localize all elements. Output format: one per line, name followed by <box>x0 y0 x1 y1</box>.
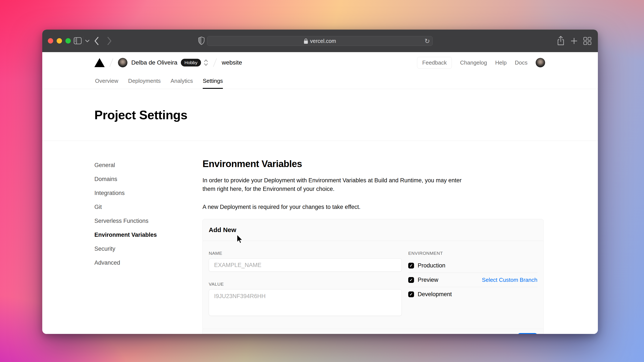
minimize-window-button[interactable] <box>57 38 62 44</box>
add-new-card: Add New NAME VALUE ENVIRONMENT <box>202 219 544 334</box>
tab-overview-icon[interactable] <box>583 37 592 45</box>
tab-overview[interactable]: Overview <box>95 73 118 89</box>
settings-content: General Domains Integrations Git Serverl… <box>42 141 598 334</box>
section-note: A new Deployment is required for your ch… <box>202 203 545 211</box>
name-label: NAME <box>209 251 402 256</box>
help-link[interactable]: Help <box>495 60 506 66</box>
plan-badge: Hobby <box>181 59 201 66</box>
value-input[interactable] <box>209 289 402 316</box>
sidebar-item-git[interactable]: Git <box>94 204 157 210</box>
sidebar-item-environment-variables[interactable]: Environment Variables <box>94 232 157 238</box>
sidebar-chevron-down-icon[interactable] <box>85 40 90 42</box>
docs-link[interactable]: Docs <box>515 60 528 66</box>
card-title: Add New <box>209 226 236 234</box>
toolbar-divider <box>83 36 83 46</box>
vercel-header: Delba de Oliveira Hobby website Feedback… <box>42 52 598 73</box>
lock-icon <box>304 38 308 44</box>
user-avatar[interactable] <box>536 58 545 67</box>
select-custom-branch-link[interactable]: Select Custom Branch <box>482 277 538 283</box>
sidebar-item-domains[interactable]: Domains <box>94 176 157 182</box>
tab-deployments[interactable]: Deployments <box>128 73 161 89</box>
value-label: VALUE <box>209 282 402 287</box>
card-body: NAME VALUE ENVIRONMENT ✓ Pr <box>203 241 544 317</box>
address-bar[interactable]: vercel.com ↻ <box>207 36 433 46</box>
description-line-1: In order to provide your Deployment with… <box>202 176 545 185</box>
page-title-band: Project Settings <box>42 89 598 141</box>
environment-row-development: ✓ Development <box>408 287 538 302</box>
sidebar-item-integrations[interactable]: Integrations <box>94 190 157 196</box>
project-name[interactable]: website <box>222 59 242 66</box>
environment-label: ENVIRONMENT <box>408 251 538 256</box>
desktop-background: vercel.com ↻ <box>0 0 644 362</box>
feedback-button[interactable]: Feedback <box>417 57 452 69</box>
vercel-logo[interactable] <box>94 58 105 67</box>
changelog-link[interactable]: Changelog <box>460 60 487 66</box>
sidebar-item-general[interactable]: General <box>94 162 157 168</box>
new-tab-plus-icon[interactable] <box>570 37 578 44</box>
section-heading: Environment Variables <box>202 158 545 169</box>
section-description: In order to provide your Deployment with… <box>202 176 545 193</box>
breadcrumb-slash <box>110 58 113 67</box>
name-input[interactable] <box>209 258 402 272</box>
description-line-2: them right here, for the Environment of … <box>202 185 545 193</box>
privacy-shield-icon[interactable] <box>198 36 205 45</box>
back-button-icon[interactable] <box>94 36 99 46</box>
refresh-icon[interactable]: ↻ <box>424 37 430 45</box>
share-icon[interactable] <box>557 36 565 46</box>
checkbox-development[interactable]: ✓ <box>408 292 414 297</box>
preview-label: Preview <box>418 277 438 283</box>
project-tabs: Overview Deployments Analytics Settings <box>42 73 598 89</box>
close-window-button[interactable] <box>48 38 53 44</box>
production-label: Production <box>418 262 445 269</box>
sidebar-item-security[interactable]: Security <box>94 246 157 252</box>
name-value-column: NAME VALUE <box>209 241 402 317</box>
browser-titlebar: vercel.com ↻ <box>42 30 598 52</box>
account-name[interactable]: Delba de Oliveira <box>131 59 178 66</box>
environment-row-preview: ✓ Preview Select Custom Branch <box>408 273 538 287</box>
environment-column: ENVIRONMENT ✓ Production ✓ Preview <box>408 241 538 317</box>
sidebar-toggle-icon[interactable] <box>74 37 82 44</box>
card-header: Add New <box>203 219 544 241</box>
breadcrumb-slash <box>213 58 217 67</box>
url-text: vercel.com <box>310 38 336 44</box>
account-avatar[interactable] <box>118 58 128 67</box>
forward-button-icon[interactable] <box>106 36 112 46</box>
sidebar-item-serverless-functions[interactable]: Serverless Functions <box>94 218 157 224</box>
environment-variables-section: Environment Variables In order to provid… <box>202 141 545 334</box>
vercel-page: Delba de Oliveira Hobby website Feedback… <box>42 52 598 334</box>
checkbox-preview[interactable]: ✓ <box>408 277 414 283</box>
zoom-window-button[interactable] <box>66 38 71 44</box>
environment-rows: ✓ Production ✓ Preview Select Custom Bra… <box>408 258 538 302</box>
save-button[interactable] <box>518 333 538 334</box>
scope-selector-icon[interactable] <box>204 59 208 66</box>
sidebar-item-advanced[interactable]: Advanced <box>94 260 157 266</box>
development-label: Development <box>418 291 452 298</box>
page-title: Project Settings <box>94 108 188 122</box>
card-footer <box>203 329 544 334</box>
browser-window: vercel.com ↻ <box>42 30 598 334</box>
settings-sidebar: General Domains Integrations Git Serverl… <box>94 162 157 274</box>
environment-row-production: ✓ Production <box>408 258 538 273</box>
tab-settings[interactable]: Settings <box>203 73 223 89</box>
tab-analytics[interactable]: Analytics <box>170 73 193 89</box>
mouse-cursor <box>236 234 244 244</box>
checkbox-production[interactable]: ✓ <box>408 263 414 268</box>
